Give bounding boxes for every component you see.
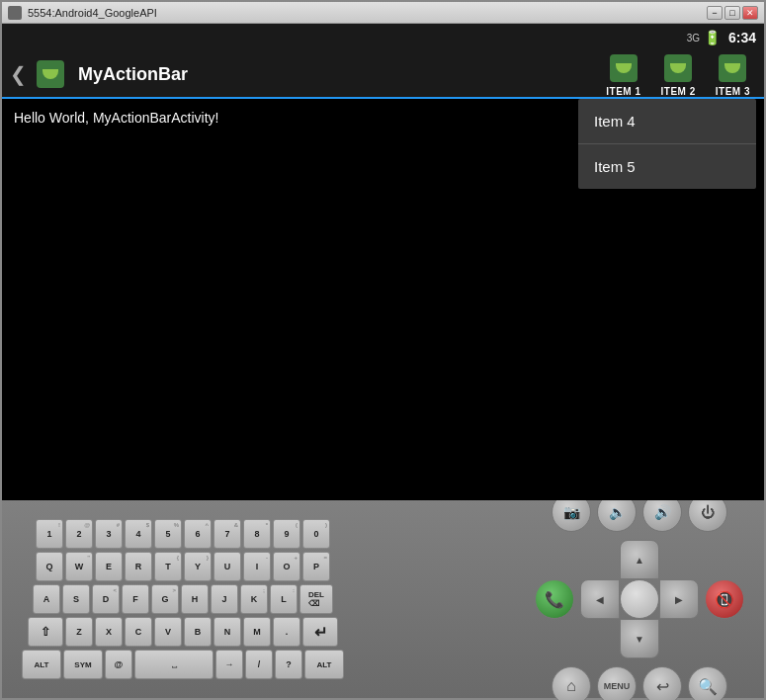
key-w[interactable]: W" xyxy=(65,552,93,581)
dpad-up-button[interactable]: ▲ xyxy=(620,540,659,579)
dpad-down-button[interactable]: ▼ xyxy=(620,619,659,658)
key-enter[interactable]: ↵ xyxy=(302,617,338,647)
key-8[interactable]: 8* xyxy=(243,519,271,549)
key-v[interactable]: V xyxy=(154,617,182,647)
key-k[interactable]: K; xyxy=(240,584,268,614)
key-2[interactable]: 2@ xyxy=(65,519,93,549)
key-1[interactable]: 1! xyxy=(36,519,63,549)
key-question[interactable]: ? xyxy=(275,650,302,679)
key-m[interactable]: M xyxy=(243,617,271,647)
key-shift[interactable]: ⇧ xyxy=(28,617,63,647)
key-alt-right[interactable]: ALT xyxy=(304,650,344,679)
action-bar: ❮ MyActionBar ITEM 1 xyxy=(2,51,764,99)
back-nav-button[interactable]: ↩ xyxy=(642,666,682,700)
call-button[interactable]: 📞 xyxy=(535,579,574,619)
key-u[interactable]: U xyxy=(213,552,241,581)
dpad-call-row: 📞 ▲ ◀ ▶ ▼ 📵 xyxy=(535,540,744,658)
app-title: MyActionBar xyxy=(78,64,592,85)
key-sym[interactable]: SYM xyxy=(63,650,103,679)
action-item-3[interactable]: ITEM 3 xyxy=(710,52,756,97)
dpad-left-button[interactable]: ◀ xyxy=(580,579,620,619)
key-n[interactable]: N xyxy=(213,617,241,647)
back-button[interactable]: ❮ xyxy=(10,62,27,86)
key-6[interactable]: 6^ xyxy=(184,519,212,549)
key-space[interactable]: ⎵ xyxy=(134,650,213,679)
key-p[interactable]: P= xyxy=(302,552,330,581)
close-button[interactable]: ✕ xyxy=(742,6,758,20)
action-item-2[interactable]: ITEM 2 xyxy=(655,52,702,97)
key-h[interactable]: H xyxy=(181,584,209,614)
home-button[interactable]: ⌂ xyxy=(552,666,591,700)
key-i[interactable]: I- xyxy=(243,552,271,581)
bottom-buttons: ⌂ MENU ↩ 🔍 xyxy=(552,666,727,700)
key-x[interactable]: X xyxy=(95,617,123,647)
end-call-button[interactable]: 📵 xyxy=(705,579,744,619)
key-q[interactable]: Q xyxy=(36,552,63,581)
maximize-button[interactable]: □ xyxy=(724,6,740,20)
action-item-1[interactable]: ITEM 1 xyxy=(600,52,646,97)
key-7[interactable]: 7& xyxy=(213,519,241,549)
menu-item-4[interactable]: Item 4 xyxy=(578,99,756,144)
key-z[interactable]: Z xyxy=(65,617,93,647)
title-bar: 5554:Android4_GoogleAPI − □ ✕ xyxy=(2,2,764,24)
key-t[interactable]: T{ xyxy=(154,552,182,581)
dpad-center-button[interactable] xyxy=(620,579,659,619)
hardware-panel: 1! 2@ 3# 4$ 5% 6^ 7& 8* 9( 0) Q W" E R T… xyxy=(2,500,764,698)
android-logo-main xyxy=(41,65,60,83)
action-icon-3 xyxy=(717,52,748,84)
key-j[interactable]: J xyxy=(211,584,238,614)
key-slash[interactable]: / xyxy=(245,650,273,679)
dropdown-menu: Item 4 Item 5 xyxy=(578,99,756,189)
search-button[interactable]: 🔍 xyxy=(688,666,727,700)
key-e[interactable]: E xyxy=(95,552,123,581)
key-row-zxcv: ⇧ Z X C V B N M . ↵ xyxy=(22,617,344,647)
key-9[interactable]: 9( xyxy=(273,519,300,549)
key-b[interactable]: B xyxy=(184,617,212,647)
window: 5554:Android4_GoogleAPI − □ ✕ 3G 🔋 6:34 … xyxy=(0,0,766,700)
status-bar: 3G 🔋 6:34 xyxy=(2,24,764,51)
key-g[interactable]: G> xyxy=(151,584,179,614)
action-icon-img-1 xyxy=(610,54,638,82)
key-del[interactable]: DEL⌫ xyxy=(299,584,333,614)
key-0[interactable]: 0) xyxy=(302,519,330,549)
key-arrow-right[interactable]: → xyxy=(215,650,243,679)
dpad: ▲ ◀ ▶ ▼ xyxy=(580,540,699,658)
action-icon-img-3 xyxy=(719,54,746,82)
dpad-empty-bl xyxy=(580,619,620,658)
content-area: Hello World, MyActionBarActivity! Item 4… xyxy=(2,99,764,500)
dpad-empty-tl xyxy=(580,540,620,579)
key-c[interactable]: C xyxy=(125,617,152,647)
action-icon-img-2 xyxy=(664,54,692,82)
title-bar-icon xyxy=(8,6,22,20)
title-bar-buttons: − □ ✕ xyxy=(707,6,758,20)
action-icon-1 xyxy=(608,52,639,84)
key-row-numbers: 1! 2@ 3# 4$ 5% 6^ 7& 8* 9( 0) xyxy=(22,519,344,549)
key-f[interactable]: F xyxy=(122,584,149,614)
minimize-button[interactable]: − xyxy=(707,6,723,20)
key-period[interactable]: . xyxy=(273,617,300,647)
keyboard: 1! 2@ 3# 4$ 5% 6^ 7& 8* 9( 0) Q W" E R T… xyxy=(22,519,344,679)
key-5[interactable]: 5% xyxy=(154,519,182,549)
right-controls: 📷 🔈 🔊 ⏻ 📞 ▲ ◀ ▶ ▼ xyxy=(535,492,744,700)
dpad-right-button[interactable]: ▶ xyxy=(659,579,699,619)
key-a[interactable]: A xyxy=(33,584,60,614)
key-row-bottom: ALT SYM @ ⎵ → / ? ALT xyxy=(22,650,344,679)
android-logo-2 xyxy=(668,59,688,77)
key-s[interactable]: S xyxy=(62,584,90,614)
app-icon-img-main xyxy=(37,60,64,88)
key-3[interactable]: 3# xyxy=(95,519,123,549)
key-o[interactable]: O+ xyxy=(273,552,300,581)
menu-item-5[interactable]: Item 5 xyxy=(578,144,756,189)
android-logo-3 xyxy=(723,59,742,77)
key-d[interactable]: D< xyxy=(92,584,120,614)
action-icon-2 xyxy=(662,52,694,84)
key-y[interactable]: Y} xyxy=(184,552,212,581)
time-display: 6:34 xyxy=(728,30,756,45)
title-bar-text: 5554:Android4_GoogleAPI xyxy=(28,7,707,19)
key-4[interactable]: 4$ xyxy=(125,519,152,549)
menu-button[interactable]: MENU xyxy=(597,666,637,700)
key-l[interactable]: L: xyxy=(270,584,298,614)
key-r[interactable]: R xyxy=(125,552,152,581)
key-at[interactable]: @ xyxy=(105,650,132,679)
key-alt-left[interactable]: ALT xyxy=(22,650,61,679)
